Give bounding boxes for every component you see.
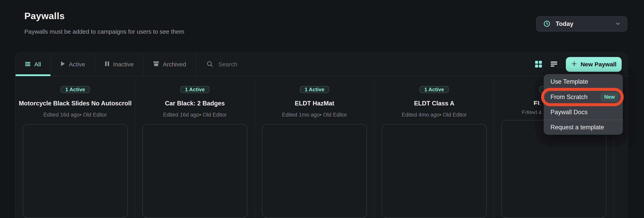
- paywall-preview: [23, 124, 128, 218]
- paywalls-screen: Paywalls Paywalls must be added to campa…: [0, 0, 644, 218]
- search-box: [196, 53, 535, 76]
- grid-view-button[interactable]: [535, 60, 542, 69]
- pause-icon: [105, 61, 110, 68]
- new-paywall-menu: Use Template From Scratch New Paywall Do…: [544, 74, 623, 135]
- tab-inactive[interactable]: Inactive: [95, 53, 144, 76]
- status-badge: 1 Active: [420, 86, 449, 93]
- paywall-title: ELDT HazMat: [295, 100, 334, 107]
- date-filter-button[interactable]: Today: [536, 16, 627, 31]
- paywall-card[interactable]: 1 Active ELDT HazMat Edited 1mo ago• Old…: [255, 76, 374, 218]
- menu-item-label: Paywall Docs: [550, 109, 588, 116]
- paywall-title: ELDT Class A: [414, 100, 454, 107]
- new-badge: New: [600, 92, 619, 102]
- paywall-title: Motorcycle Black Slides No Autoscroll: [19, 100, 132, 107]
- paywall-title: Car Black: 2 Badges: [165, 100, 225, 107]
- menu-item-label: From Scratch: [550, 93, 588, 101]
- status-badge: 1 Active: [61, 86, 90, 93]
- play-icon: [60, 61, 65, 68]
- paywall-title: EL: [494, 100, 542, 105]
- paywall-grid: 1 Active Motorcycle Black Slides No Auto…: [16, 76, 627, 218]
- paywall-edited: Edited 16d ago• Old Editor: [44, 112, 107, 118]
- archive-icon: [153, 61, 159, 68]
- list-lines-icon: [25, 61, 31, 68]
- menu-item-from-scratch[interactable]: From Scratch New: [544, 89, 623, 104]
- paywall-card[interactable]: 1 Active Car Black: 2 Badges Edited 16d …: [135, 76, 255, 218]
- tab-active[interactable]: Active: [51, 53, 95, 76]
- tab-label: Inactive: [113, 61, 134, 68]
- paywall-preview: [262, 124, 367, 218]
- page-title: Paywalls: [24, 10, 65, 21]
- tab-label: Active: [69, 61, 85, 68]
- grid-view-icon: [535, 60, 542, 69]
- new-paywall-button[interactable]: New Paywall: [566, 57, 622, 72]
- date-filter-label: Today: [556, 20, 574, 27]
- search-icon: [206, 61, 213, 68]
- paywall-edited: Edited 16d ago• Old Editor: [163, 112, 227, 118]
- paywall-edited: Edited 1mo ago• Old Editor: [282, 112, 347, 118]
- list-view-button[interactable]: [550, 61, 558, 68]
- menu-item-paywall-docs[interactable]: Paywall Docs: [544, 104, 623, 120]
- menu-item-label: Request a template: [550, 124, 604, 131]
- clock-icon: [543, 20, 550, 28]
- paywall-card[interactable]: 1 Active ELDT Class A Edited 4mo ago• Ol…: [374, 76, 494, 218]
- chevron-down-icon: [615, 21, 621, 27]
- menu-item-label: Use Template: [550, 78, 588, 85]
- paywall-card[interactable]: 1 Active Motorcycle Black Slides No Auto…: [16, 76, 135, 218]
- list-view-icon: [550, 61, 558, 68]
- menu-item-use-template[interactable]: Use Template: [544, 74, 623, 89]
- tab-archived[interactable]: Archived: [144, 53, 196, 76]
- plus-icon: [571, 61, 578, 68]
- status-badge: 1 Active: [300, 86, 329, 93]
- paywall-edited: Edited 4mo ago• Old Editor: [402, 112, 467, 118]
- paywall-preview: [382, 124, 487, 218]
- tab-bar: All Active Inactive: [16, 53, 627, 76]
- tab-label: Archived: [163, 61, 186, 68]
- paywall-edited: Edited 4: [494, 110, 542, 114]
- new-paywall-label: New Paywall: [580, 61, 616, 68]
- paywalls-panel: All Active Inactive: [15, 53, 628, 218]
- menu-item-request-template[interactable]: Request a template: [544, 120, 623, 135]
- tab-all[interactable]: All: [16, 53, 51, 76]
- tab-label: All: [34, 61, 41, 68]
- page-subtitle: Paywalls must be added to campaigns for …: [24, 28, 184, 35]
- paywall-preview: [142, 124, 247, 218]
- search-input[interactable]: [218, 61, 302, 68]
- status-badge: 1 Active: [180, 86, 210, 93]
- toolbar-actions: New Paywall: [535, 53, 627, 76]
